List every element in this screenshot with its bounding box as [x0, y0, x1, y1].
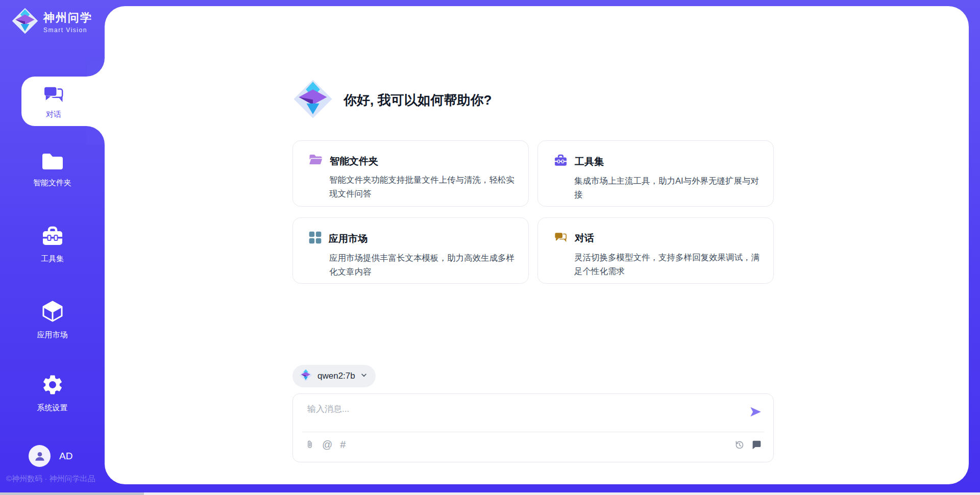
model-selector[interactable]: qwen2:7b [292, 365, 376, 387]
model-name: qwen2:7b [317, 371, 355, 381]
sidebar-item-label: 应用市场 [37, 330, 68, 340]
copyright-text: ©神州数码 · 神州问学出品 [6, 474, 95, 484]
attach-file-button[interactable] [305, 438, 314, 451]
sidebar-item-label: 对话 [46, 110, 61, 119]
cube-icon [40, 299, 65, 326]
toolbox-icon [553, 154, 568, 169]
brand-logo: 神州问学 Smart Vision [11, 7, 92, 37]
person-icon [33, 450, 46, 463]
chat-bubbles-icon [42, 84, 65, 107]
model-diamond-icon [299, 368, 312, 384]
chat-bubbles-icon [553, 231, 568, 246]
comment-icon [751, 439, 762, 450]
horizontal-scrollbar-thumb[interactable] [0, 492, 144, 495]
sidebar-item-label: 系统设置 [37, 403, 68, 413]
history-icon [734, 439, 745, 450]
history-button[interactable] [734, 439, 745, 450]
brand-name: 神州问学 [43, 10, 92, 26]
sidebar-item-chat[interactable]: 对话 [21, 77, 108, 126]
horizontal-scrollbar [0, 492, 980, 495]
user-initials: AD [59, 451, 72, 462]
card-chat[interactable]: 对话 灵活切换多模型文件，支持多样回复效果调试，满足个性化需求 [537, 217, 774, 284]
greeting-block: 你好, 我可以如何帮助你? [292, 79, 492, 121]
card-description: 集成市场上主流工具，助力AI与外界无缝扩展与对接 [574, 174, 761, 201]
card-smart-folder[interactable]: 智能文件夹 智能文件夹功能支持批量文件上传与清洗，轻松实现文件问答 [292, 140, 529, 207]
grid-icon [308, 231, 322, 246]
folder-icon [40, 151, 65, 174]
app-window: 神州问学 Smart Vision 对话 [0, 0, 980, 495]
card-description: 智能文件夹功能支持批量文件上传与清洗，轻松实现文件问答 [329, 173, 516, 200]
sidebar-item-smart-folder[interactable]: 智能文件夹 [0, 151, 105, 188]
gear-icon [41, 373, 64, 399]
chevron-down-icon [360, 372, 368, 381]
paperclip-icon [305, 438, 314, 451]
send-button[interactable] [749, 405, 762, 418]
user-account[interactable]: AD [29, 445, 72, 467]
card-app-market[interactable]: 应用市场 应用市场提供丰富长文本模板，助力高效生成多样化文章内容 [292, 217, 529, 284]
content-layer: 你好, 我可以如何帮助你? 智能文件夹 智能文件夹功能支持批量文件上传与清洗，轻… [105, 6, 969, 484]
message-composer: @ # [292, 393, 774, 462]
card-title: 工具集 [575, 155, 604, 168]
brand-diamond-icon [11, 7, 39, 37]
avatar [29, 445, 51, 467]
card-title: 智能文件夹 [330, 155, 378, 168]
tab-curve-bottom [86, 126, 105, 144]
card-description: 应用市场提供丰富长文本模板，助力高效生成多样化文章内容 [329, 251, 516, 278]
feature-cards: 智能文件夹 智能文件夹功能支持批量文件上传与清洗，轻松实现文件问答 [292, 140, 774, 284]
conversations-button[interactable] [751, 439, 762, 450]
card-description: 灵活切换多模型文件，支持多样回复效果调试，满足个性化需求 [574, 251, 761, 278]
assistant-diamond-icon [292, 79, 333, 121]
sidebar-item-toolset[interactable]: 工具集 [0, 225, 105, 264]
brand-subtitle: Smart Vision [43, 27, 92, 34]
sidebar-item-settings[interactable]: 系统设置 [0, 373, 105, 413]
toolbox-icon [40, 225, 65, 250]
folder-icon [308, 154, 323, 168]
hashtag-button[interactable]: # [340, 439, 346, 450]
sidebar-item-app-market[interactable]: 应用市场 [0, 299, 105, 340]
sidebar-item-label: 工具集 [41, 254, 64, 264]
tab-curve-top [86, 58, 105, 77]
card-toolset[interactable]: 工具集 集成市场上主流工具，助力AI与外界无缝扩展与对接 [537, 140, 774, 207]
greeting-title: 你好, 我可以如何帮助你? [344, 91, 492, 109]
mention-button[interactable]: @ [322, 439, 332, 450]
card-title: 对话 [575, 232, 594, 245]
composer-divider [302, 432, 764, 432]
sidebar-item-label: 智能文件夹 [33, 178, 71, 188]
card-title: 应用市场 [329, 232, 368, 245]
message-input[interactable] [306, 402, 737, 429]
